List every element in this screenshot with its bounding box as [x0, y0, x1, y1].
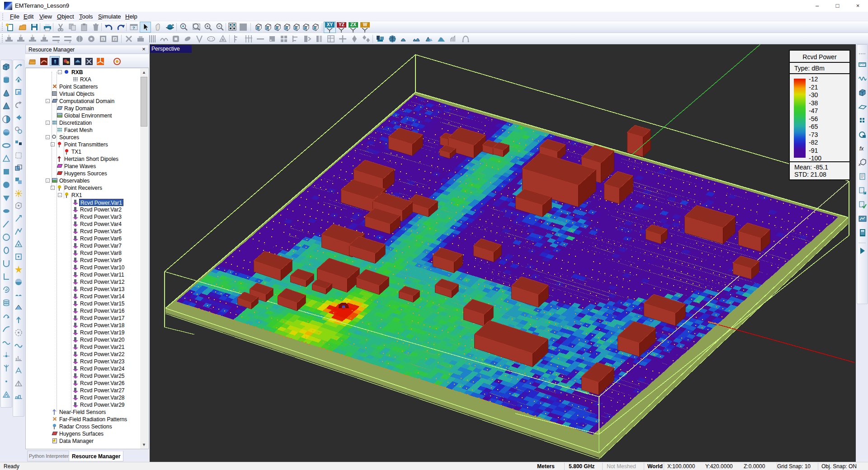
svg-text:1: 1	[8, 34, 10, 37]
svg-text:1: 1	[32, 34, 33, 37]
svg-text:1: 1	[102, 38, 104, 41]
svg-text:fx: fx	[859, 146, 864, 152]
svg-text:2: 2	[43, 34, 45, 37]
svg-text:?: ?	[132, 26, 135, 30]
svg-text:2: 2	[20, 34, 22, 37]
svg-text:2: 2	[114, 38, 116, 41]
svg-text:x: x	[858, 162, 861, 167]
